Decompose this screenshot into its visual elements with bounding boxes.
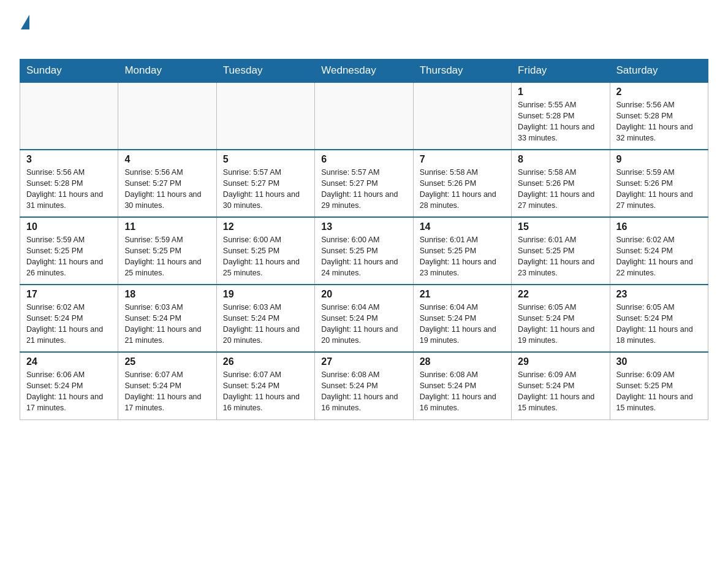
day-info: Sunrise: 5:56 AMSunset: 5:28 PMDaylight:… [616, 99, 702, 144]
day-number: 22 [518, 289, 603, 300]
day-info: Sunrise: 6:06 AMSunset: 5:24 PMDaylight:… [26, 369, 112, 414]
weekday-header-tuesday: Tuesday [216, 59, 314, 83]
calendar-cell [118, 82, 216, 150]
day-info: Sunrise: 6:07 AMSunset: 5:24 PMDaylight:… [124, 369, 210, 414]
calendar-cell: 14Sunrise: 6:01 AMSunset: 5:25 PMDayligh… [413, 217, 511, 285]
calendar-cell: 23Sunrise: 6:05 AMSunset: 5:24 PMDayligh… [610, 285, 708, 352]
day-number: 30 [616, 356, 702, 367]
calendar-cell: 15Sunrise: 6:01 AMSunset: 5:25 PMDayligh… [512, 217, 610, 285]
day-number: 5 [223, 154, 308, 165]
day-info: Sunrise: 5:57 AMSunset: 5:27 PMDaylight:… [321, 167, 406, 212]
day-number: 13 [321, 221, 406, 232]
day-number: 21 [420, 289, 505, 300]
calendar-cell [20, 82, 118, 150]
calendar-cell: 7Sunrise: 5:58 AMSunset: 5:26 PMDaylight… [413, 150, 511, 217]
calendar-cell: 5Sunrise: 5:57 AMSunset: 5:27 PMDaylight… [216, 150, 314, 217]
day-number: 20 [321, 289, 406, 300]
calendar-cell: 25Sunrise: 6:07 AMSunset: 5:24 PMDayligh… [118, 352, 216, 419]
day-number: 27 [321, 356, 406, 367]
calendar-cell: 6Sunrise: 5:57 AMSunset: 5:27 PMDaylight… [315, 150, 413, 217]
week-row-5: 24Sunrise: 6:06 AMSunset: 5:24 PMDayligh… [20, 352, 708, 419]
weekday-header-thursday: Thursday [413, 59, 511, 83]
page-header [20, 15, 708, 48]
logo [20, 15, 29, 48]
week-row-4: 17Sunrise: 6:02 AMSunset: 5:24 PMDayligh… [20, 285, 708, 352]
day-number: 28 [420, 356, 505, 367]
weekday-header-saturday: Saturday [610, 59, 708, 83]
day-info: Sunrise: 6:01 AMSunset: 5:25 PMDaylight:… [420, 234, 505, 279]
day-info: Sunrise: 6:07 AMSunset: 5:24 PMDaylight:… [223, 369, 308, 414]
day-number: 17 [26, 289, 112, 300]
calendar-cell: 2Sunrise: 5:56 AMSunset: 5:28 PMDaylight… [610, 82, 708, 150]
day-number: 11 [124, 221, 210, 232]
calendar-cell: 1Sunrise: 5:55 AMSunset: 5:28 PMDaylight… [512, 82, 610, 150]
day-number: 10 [26, 221, 112, 232]
calendar-cell [413, 82, 511, 150]
day-info: Sunrise: 6:04 AMSunset: 5:24 PMDaylight:… [321, 302, 406, 347]
week-row-2: 3Sunrise: 5:56 AMSunset: 5:28 PMDaylight… [20, 150, 708, 217]
calendar-cell: 18Sunrise: 6:03 AMSunset: 5:24 PMDayligh… [118, 285, 216, 352]
calendar-cell: 8Sunrise: 5:58 AMSunset: 5:26 PMDaylight… [512, 150, 610, 217]
calendar-cell: 22Sunrise: 6:05 AMSunset: 5:24 PMDayligh… [512, 285, 610, 352]
day-number: 15 [518, 221, 603, 232]
calendar-cell: 13Sunrise: 6:00 AMSunset: 5:25 PMDayligh… [315, 217, 413, 285]
day-number: 25 [124, 356, 210, 367]
week-row-3: 10Sunrise: 5:59 AMSunset: 5:25 PMDayligh… [20, 217, 708, 285]
calendar-cell: 24Sunrise: 6:06 AMSunset: 5:24 PMDayligh… [20, 352, 118, 419]
calendar-cell [216, 82, 314, 150]
day-info: Sunrise: 6:00 AMSunset: 5:25 PMDaylight:… [223, 234, 308, 279]
day-info: Sunrise: 5:57 AMSunset: 5:27 PMDaylight:… [223, 167, 308, 212]
day-info: Sunrise: 6:04 AMSunset: 5:24 PMDaylight:… [420, 302, 505, 347]
calendar-cell: 30Sunrise: 6:09 AMSunset: 5:25 PMDayligh… [610, 352, 708, 419]
day-number: 18 [124, 289, 210, 300]
day-number: 6 [321, 154, 406, 165]
day-info: Sunrise: 6:05 AMSunset: 5:24 PMDaylight:… [616, 302, 702, 347]
weekday-header-row: SundayMondayTuesdayWednesdayThursdayFrid… [20, 59, 708, 83]
calendar-cell: 20Sunrise: 6:04 AMSunset: 5:24 PMDayligh… [315, 285, 413, 352]
calendar-cell: 9Sunrise: 5:59 AMSunset: 5:26 PMDaylight… [610, 150, 708, 217]
calendar-cell: 26Sunrise: 6:07 AMSunset: 5:24 PMDayligh… [216, 352, 314, 419]
day-info: Sunrise: 6:05 AMSunset: 5:24 PMDaylight:… [518, 302, 603, 347]
day-number: 4 [124, 154, 210, 165]
day-info: Sunrise: 6:00 AMSunset: 5:25 PMDaylight:… [321, 234, 406, 279]
calendar-cell: 19Sunrise: 6:03 AMSunset: 5:24 PMDayligh… [216, 285, 314, 352]
calendar-cell: 29Sunrise: 6:09 AMSunset: 5:24 PMDayligh… [512, 352, 610, 419]
day-info: Sunrise: 6:02 AMSunset: 5:24 PMDaylight:… [26, 302, 112, 347]
day-number: 7 [420, 154, 505, 165]
calendar-table: SundayMondayTuesdayWednesdayThursdayFrid… [20, 59, 708, 420]
day-number: 14 [420, 221, 505, 232]
day-info: Sunrise: 6:02 AMSunset: 5:24 PMDaylight:… [616, 234, 702, 279]
day-info: Sunrise: 5:56 AMSunset: 5:27 PMDaylight:… [124, 167, 210, 212]
day-info: Sunrise: 5:58 AMSunset: 5:26 PMDaylight:… [420, 167, 505, 212]
weekday-header-monday: Monday [118, 59, 216, 83]
day-number: 12 [223, 221, 308, 232]
calendar-cell: 11Sunrise: 5:59 AMSunset: 5:25 PMDayligh… [118, 217, 216, 285]
calendar-cell: 21Sunrise: 6:04 AMSunset: 5:24 PMDayligh… [413, 285, 511, 352]
calendar-cell: 10Sunrise: 5:59 AMSunset: 5:25 PMDayligh… [20, 217, 118, 285]
calendar-cell: 16Sunrise: 6:02 AMSunset: 5:24 PMDayligh… [610, 217, 708, 285]
day-number: 2 [616, 86, 702, 98]
day-info: Sunrise: 5:59 AMSunset: 5:26 PMDaylight:… [616, 167, 702, 212]
day-number: 24 [26, 356, 112, 367]
day-number: 29 [518, 356, 603, 367]
day-info: Sunrise: 5:55 AMSunset: 5:28 PMDaylight:… [518, 99, 603, 144]
day-info: Sunrise: 5:58 AMSunset: 5:26 PMDaylight:… [518, 167, 603, 212]
weekday-header-sunday: Sunday [20, 59, 118, 83]
day-info: Sunrise: 5:56 AMSunset: 5:28 PMDaylight:… [26, 167, 112, 212]
day-info: Sunrise: 6:01 AMSunset: 5:25 PMDaylight:… [518, 234, 603, 279]
day-info: Sunrise: 6:08 AMSunset: 5:24 PMDaylight:… [321, 369, 406, 414]
week-row-1: 1Sunrise: 5:55 AMSunset: 5:28 PMDaylight… [20, 82, 708, 150]
day-info: Sunrise: 6:08 AMSunset: 5:24 PMDaylight:… [420, 369, 505, 414]
day-info: Sunrise: 6:09 AMSunset: 5:25 PMDaylight:… [616, 369, 702, 414]
day-number: 1 [518, 86, 603, 98]
logo-triangle-icon [21, 15, 29, 29]
day-info: Sunrise: 5:59 AMSunset: 5:25 PMDaylight:… [26, 234, 112, 279]
calendar-cell: 27Sunrise: 6:08 AMSunset: 5:24 PMDayligh… [315, 352, 413, 419]
day-info: Sunrise: 5:59 AMSunset: 5:25 PMDaylight:… [124, 234, 210, 279]
day-number: 19 [223, 289, 308, 300]
calendar-cell: 3Sunrise: 5:56 AMSunset: 5:28 PMDaylight… [20, 150, 118, 217]
day-number: 23 [616, 289, 702, 300]
day-info: Sunrise: 6:03 AMSunset: 5:24 PMDaylight:… [223, 302, 308, 347]
day-number: 8 [518, 154, 603, 165]
calendar-cell: 4Sunrise: 5:56 AMSunset: 5:27 PMDaylight… [118, 150, 216, 217]
